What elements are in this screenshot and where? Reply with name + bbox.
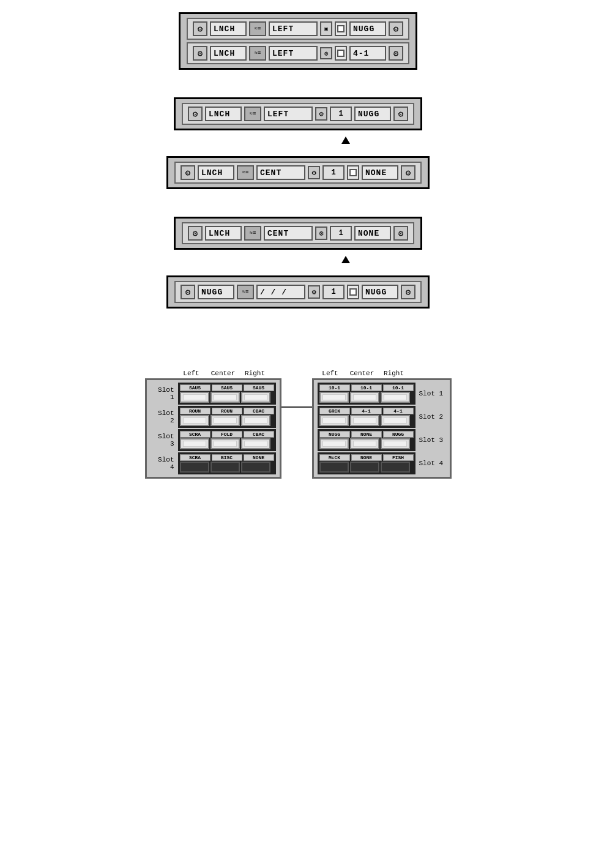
right-s3-n3: NUGG xyxy=(383,431,414,438)
left-slot4-row: Slot 4 SCRA BISC NONE xyxy=(151,452,276,474)
gear-icon-3-left[interactable]: ⚙ xyxy=(181,165,195,180)
display-row-1b: ⚙ LNCH ≈≡ LEFT ⚙ 4-1 ⚙ xyxy=(187,42,409,64)
gear-icon-3-mid[interactable]: ⚙ xyxy=(308,166,320,179)
right-slot2-panel: GRCK 4-1 4-1 xyxy=(318,406,415,428)
display-row-3: ⚙ LNCH ≈≡ CENT ⚙ 1 NONE ⚙ xyxy=(174,162,422,184)
left-slot4-trays xyxy=(180,462,274,473)
left-slot2-label: Slot 2 xyxy=(151,410,178,424)
left-slot4-label: Slot 4 xyxy=(151,456,178,471)
lnch-label-2: LNCH xyxy=(205,107,242,121)
checkbox-3[interactable] xyxy=(347,165,359,180)
wave-icon-5: ≈≡ xyxy=(237,285,254,299)
gear-icon-1b-left[interactable]: ⚙ xyxy=(193,46,207,61)
connector-wrapper xyxy=(281,370,312,408)
cent-text-4: CENT xyxy=(264,226,313,241)
left-slot3-names: SCRA FOLD CBAC xyxy=(180,431,274,438)
left-slot2-row: Slot 2 ROUN ROUN CBAC xyxy=(151,406,276,428)
spacer-5 xyxy=(12,315,584,364)
right-col-right: Right xyxy=(378,370,410,377)
row3-wrapper: ⚙ LNCH ≈≡ CENT ⚙ 1 NONE ⚙ xyxy=(12,156,584,189)
left-col-center: Center xyxy=(207,370,239,377)
right-slot4-names: McCK NONE FISH xyxy=(319,454,414,461)
left-slot2-trays xyxy=(180,415,274,426)
num-3: 1 xyxy=(322,165,345,180)
gear-icon-1b-mid[interactable]: ⚙ xyxy=(320,47,332,59)
left-col-right: Right xyxy=(239,370,271,377)
none-text-3: NONE xyxy=(362,165,398,180)
left-s4-n1: SCRA xyxy=(180,454,210,461)
lnch-label-3: LNCH xyxy=(198,165,234,180)
left-s4-n3: NONE xyxy=(244,454,274,461)
arrow-up-2 xyxy=(341,137,350,144)
spacer-1 xyxy=(12,76,584,97)
slash-text-5: / / / xyxy=(256,285,305,299)
gear-icon-4-left[interactable]: ⚙ xyxy=(188,226,203,241)
score-text-1b: 4-1 xyxy=(349,46,386,61)
num-5: 1 xyxy=(322,285,345,299)
lnch-label-4: LNCH xyxy=(205,226,242,241)
left-slot1-panel: SAUS SAUS SAUS xyxy=(178,383,276,405)
page-container: ⚙ LNCH ≈≡ LEFT ▣ NUGG ⚙ ⚙ LNCH ≈≡ LEFT ⚙… xyxy=(0,0,596,868)
gear-icon-1a-right[interactable]: ⚙ xyxy=(389,21,403,36)
left-slot1-names: SAUS SAUS SAUS xyxy=(180,384,274,391)
gear-icon-1b-right[interactable]: ⚙ xyxy=(389,46,403,61)
right-s3-t3 xyxy=(381,438,410,449)
left-s3-t2 xyxy=(210,438,240,449)
spacer-3 xyxy=(12,195,584,217)
wave-icon-1b: ≈≡ xyxy=(249,46,266,61)
display-row-4: ⚙ LNCH ≈≡ CENT ⚙ 1 NONE ⚙ xyxy=(182,222,414,244)
row2-wrapper: ⚙ LNCH ≈≡ LEFT ⚙ 1 NUGG ⚙ xyxy=(12,97,584,130)
checkbox-1a[interactable] xyxy=(335,21,347,36)
cent-text-3: CENT xyxy=(256,165,305,180)
left-slot3-trays xyxy=(180,438,274,449)
gear-icon-1a-left[interactable]: ⚙ xyxy=(193,21,207,36)
arrow-2-container xyxy=(12,137,584,144)
gear-icon-4-mid[interactable]: ⚙ xyxy=(315,226,327,240)
checkbox-1b[interactable] xyxy=(335,46,347,61)
left-s3-n2: FOLD xyxy=(212,431,242,438)
left-slot2-panel: ROUN ROUN CBAC xyxy=(178,406,276,428)
top-group-wrapper: ⚙ LNCH ≈≡ LEFT ▣ NUGG ⚙ ⚙ LNCH ≈≡ LEFT ⚙… xyxy=(12,12,584,70)
left-slot1-label: Slot 1 xyxy=(151,386,178,401)
gear-icon-3-right[interactable]: ⚙ xyxy=(401,165,415,180)
connector-line xyxy=(281,406,312,408)
wave-icon-4: ≈≡ xyxy=(244,226,261,241)
right-s3-t2 xyxy=(350,438,379,449)
right-slot4-panel: McCK NONE FISH xyxy=(318,452,415,474)
right-diagram-box: 10-1 10-1 10-1 Slot 1 xyxy=(312,378,452,479)
right-col-left: Left xyxy=(315,370,346,377)
right-s2-n3: 4-1 xyxy=(383,408,414,414)
gear-icon-5-left[interactable]: ⚙ xyxy=(181,285,195,299)
left-s2-t3 xyxy=(241,415,270,426)
left-s4-t3 xyxy=(241,462,270,473)
right-s2-n2: 4-1 xyxy=(351,408,382,414)
right-slot3-row: NUGG NONE NUGG Slot 3 xyxy=(318,429,446,451)
gear-icon-2-left[interactable]: ⚙ xyxy=(188,107,203,121)
left-text-1b: LEFT xyxy=(269,46,318,61)
left-diagram-box: Slot 1 SAUS SAUS SAUS xyxy=(145,378,281,479)
right-s4-n2: NONE xyxy=(351,454,382,461)
right-slot1-trays xyxy=(319,392,414,403)
diagrams-row: Left Center Right Slot 1 SAUS SAUS SAUS xyxy=(12,370,584,479)
flag-icon-1a: ▣ xyxy=(320,21,332,36)
display-row-1a: ⚙ LNCH ≈≡ LEFT ▣ NUGG ⚙ xyxy=(187,18,409,40)
gear-icon-4-right[interactable]: ⚙ xyxy=(393,226,408,241)
left-text-2: LEFT xyxy=(264,107,313,121)
left-s1-n3: SAUS xyxy=(244,384,274,391)
right-slot3-panel: NUGG NONE NUGG xyxy=(318,429,415,451)
right-slot4-row: McCK NONE FISH Slot 4 xyxy=(318,452,446,474)
gear-icon-5-right[interactable]: ⚙ xyxy=(401,285,415,299)
left-slot3-row: Slot 3 SCRA FOLD CBAC xyxy=(151,429,276,451)
left-s2-n2: ROUN xyxy=(212,408,242,414)
left-slot1-row: Slot 1 SAUS SAUS SAUS xyxy=(151,383,276,405)
checkbox-5[interactable] xyxy=(347,285,359,299)
gear-icon-5-mid[interactable]: ⚙ xyxy=(308,285,320,299)
lnch-label-1a: LNCH xyxy=(210,21,247,36)
num-4: 1 xyxy=(330,226,352,241)
right-s3-n1: NUGG xyxy=(319,431,350,438)
gear-icon-2-right[interactable]: ⚙ xyxy=(393,107,408,121)
gear-icon-2-mid[interactable]: ⚙ xyxy=(315,107,327,121)
display-row-5: ⚙ NUGG ≈≡ / / / ⚙ 1 NUGG ⚙ xyxy=(174,281,422,303)
left-slot4-names: SCRA BISC NONE xyxy=(180,454,274,461)
right-slot1-label: Slot 1 xyxy=(415,390,446,397)
